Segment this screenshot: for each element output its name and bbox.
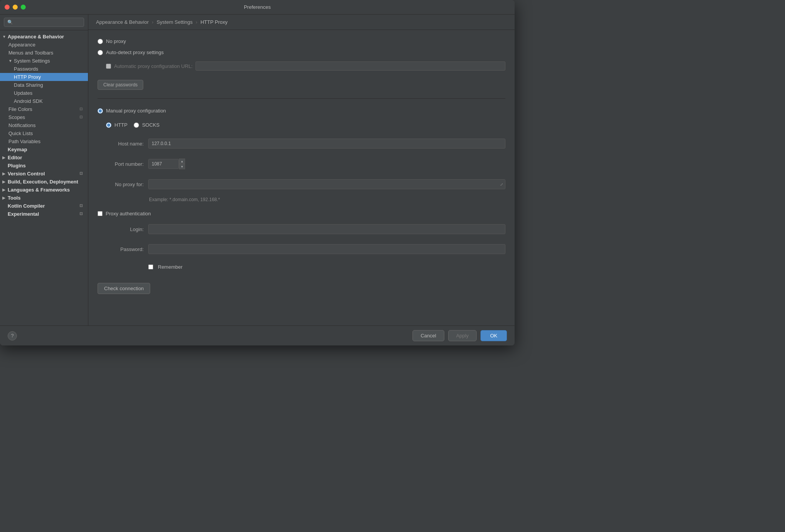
sidebar-item-label: Path Variables <box>8 139 41 144</box>
sidebar-item-scopes[interactable]: Scopes ⊡ <box>0 113 88 121</box>
close-button[interactable] <box>5 5 10 10</box>
proxy-auth-checkbox[interactable] <box>98 211 103 216</box>
host-name-label: Host name: <box>98 141 144 147</box>
sidebar-item-label: Plugins <box>8 163 26 169</box>
sidebar-item-file-colors[interactable]: File Colors ⊡ <box>0 105 88 113</box>
ok-button[interactable]: OK <box>480 330 507 341</box>
arrow-icon <box>2 188 8 192</box>
arrow-icon <box>2 180 8 184</box>
content-area: Appearance & Behavior › System Settings … <box>88 15 515 325</box>
content-body: No proxy Auto-detect proxy settings Auto… <box>88 30 515 325</box>
sidebar-item-updates[interactable]: Updates <box>0 89 88 97</box>
no-proxy-label: No proxy <box>106 38 126 44</box>
sidebar-item-appearance[interactable]: Appearance <box>0 41 88 49</box>
example-text: Example: *.domain.com, 192.168.* <box>98 197 505 202</box>
search-input[interactable] <box>4 18 84 27</box>
minimize-button[interactable] <box>13 5 18 10</box>
sidebar-item-label: Updates <box>14 90 32 96</box>
title-bar: Preferences <box>0 0 515 15</box>
sidebar-item-languages-frameworks[interactable]: Languages & Frameworks <box>0 186 88 194</box>
help-button[interactable]: ? <box>8 331 17 340</box>
sidebar-item-menus-toolbars[interactable]: Menus and Toolbars <box>0 49 88 57</box>
sidebar-item-label: Data Sharing <box>14 82 43 88</box>
sidebar-item-http-proxy[interactable]: HTTP Proxy <box>0 73 88 81</box>
bottom-left: ? <box>8 331 17 340</box>
search-bar <box>0 15 88 30</box>
arrow-icon <box>2 172 8 176</box>
sidebar-item-data-sharing[interactable]: Data Sharing <box>0 81 88 89</box>
sidebar-item-version-control[interactable]: Version Control ⊡ <box>0 170 88 178</box>
sidebar-item-label: Kotlin Compiler <box>8 203 45 209</box>
share-icon: ⊡ <box>79 107 85 112</box>
http-protocol-row: HTTP <box>106 121 128 129</box>
manual-proxy-row: Manual proxy configuration <box>98 107 505 114</box>
auto-config-url-input[interactable] <box>195 61 505 71</box>
sidebar-item-tools[interactable]: Tools <box>0 194 88 202</box>
sidebar-item-passwords[interactable]: Passwords <box>0 65 88 73</box>
port-increment-button[interactable]: ▲ <box>179 159 185 164</box>
proxy-auth-label: Proxy authentication <box>106 211 151 216</box>
login-input[interactable] <box>148 224 505 234</box>
login-row: Login: <box>98 224 505 234</box>
remember-checkbox[interactable] <box>148 264 153 269</box>
cancel-button[interactable]: Cancel <box>412 330 444 341</box>
sidebar-item-system-settings[interactable]: System Settings <box>0 57 88 65</box>
sidebar-item-notifications[interactable]: Notifications <box>0 121 88 129</box>
auto-detect-label: Auto-detect proxy settings <box>106 50 164 55</box>
auto-detect-radio[interactable] <box>98 50 103 55</box>
window-title: Preferences <box>244 4 271 10</box>
breadcrumb: Appearance & Behavior › System Settings … <box>88 15 515 30</box>
sidebar-item-android-sdk[interactable]: Android SDK <box>0 97 88 105</box>
check-connection-button[interactable]: Check connection <box>98 283 150 294</box>
sidebar-item-label: Languages & Frameworks <box>8 187 70 193</box>
sidebar-item-build-execution[interactable]: Build, Execution, Deployment <box>0 178 88 186</box>
arrow-icon <box>2 35 8 39</box>
spinner-controls: ▲ ▼ <box>179 159 185 169</box>
no-proxy-for-input[interactable] <box>148 179 505 189</box>
login-label: Login: <box>98 226 144 232</box>
breadcrumb-sep2: › <box>196 19 197 25</box>
remember-row: Remember <box>98 264 505 270</box>
sidebar-item-quick-lists[interactable]: Quick Lists <box>0 129 88 137</box>
sidebar-item-editor[interactable]: Editor <box>0 154 88 162</box>
sidebar-item-plugins[interactable]: Plugins <box>0 162 88 170</box>
clear-passwords-button[interactable]: Clear passwords <box>98 80 143 90</box>
sidebar-item-label: Tools <box>8 195 21 201</box>
sidebar-item-label: System Settings <box>14 58 50 64</box>
sidebar-item-label: Appearance <box>8 42 35 48</box>
sidebar-item-appearance-behavior[interactable]: Appearance & Behavior <box>0 33 88 41</box>
share-icon: ⊡ <box>79 171 85 177</box>
breadcrumb-part3: HTTP Proxy <box>200 19 228 25</box>
sidebar-item-label: Passwords <box>14 66 38 72</box>
sidebar-item-path-variables[interactable]: Path Variables <box>0 137 88 145</box>
protocol-row: HTTP SOCKS <box>98 121 505 129</box>
http-radio[interactable] <box>106 122 111 128</box>
breadcrumb-sep1: › <box>152 19 153 25</box>
sidebar-item-label: Quick Lists <box>8 131 33 136</box>
port-number-input[interactable] <box>148 159 179 169</box>
maximize-button[interactable] <box>21 5 26 10</box>
share-icon: ⊡ <box>79 211 85 217</box>
password-input[interactable] <box>148 244 505 254</box>
port-decrement-button[interactable]: ▼ <box>179 164 185 169</box>
no-proxy-radio[interactable] <box>98 39 103 44</box>
breadcrumb-part2: System Settings <box>157 19 193 25</box>
apply-button[interactable]: Apply <box>448 330 477 341</box>
manual-proxy-label: Manual proxy configuration <box>106 108 166 114</box>
share-icon: ⊡ <box>79 115 85 120</box>
bottom-bar: ? Cancel Apply OK <box>0 325 515 345</box>
host-name-input[interactable] <box>148 139 505 149</box>
sidebar-item-label: HTTP Proxy <box>14 74 41 80</box>
port-number-row: Port number: ▲ ▼ <box>98 159 505 169</box>
socks-radio[interactable] <box>134 122 139 128</box>
sidebar-item-experimental[interactable]: Experimental ⊡ <box>0 210 88 218</box>
sidebar-item-keymap[interactable]: Keymap <box>0 145 88 154</box>
sidebar-item-label: Keymap <box>8 147 27 152</box>
no-proxy-for-input-wrap: ⤢ <box>148 179 505 189</box>
check-connection-container: Check connection <box>98 277 505 294</box>
no-proxy-for-label: No proxy for: <box>98 182 144 187</box>
sidebar-item-kotlin-compiler[interactable]: Kotlin Compiler ⊡ <box>0 202 88 210</box>
main-container: Appearance & Behavior Appearance Menus a… <box>0 15 515 325</box>
port-number-label: Port number: <box>98 161 144 167</box>
manual-proxy-radio[interactable] <box>98 108 103 114</box>
